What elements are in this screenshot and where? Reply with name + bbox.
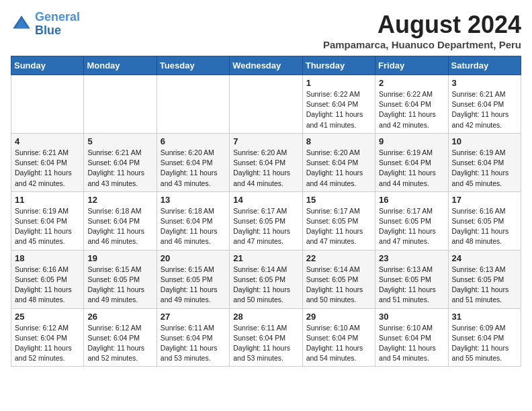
day-info: Sunrise: 6:22 AM Sunset: 6:04 PM Dayligh…: [379, 89, 444, 130]
day-info: Sunrise: 6:22 AM Sunset: 6:04 PM Dayligh…: [306, 89, 371, 130]
month-title: August 2024: [323, 11, 521, 39]
day-info: Sunrise: 6:17 AM Sunset: 6:05 PM Dayligh…: [306, 206, 371, 247]
day-number: 26: [87, 312, 152, 322]
calendar-day-cell: 10Sunrise: 6:19 AM Sunset: 6:04 PM Dayli…: [448, 133, 521, 191]
calendar-day-cell: 17Sunrise: 6:16 AM Sunset: 6:05 PM Dayli…: [448, 191, 521, 250]
calendar-day-cell: 27Sunrise: 6:11 AM Sunset: 6:04 PM Dayli…: [157, 308, 229, 367]
day-number: 25: [15, 312, 80, 322]
weekday-header-cell: Tuesday: [157, 56, 229, 75]
day-info: Sunrise: 6:19 AM Sunset: 6:04 PM Dayligh…: [452, 148, 517, 189]
day-number: 13: [161, 195, 226, 205]
day-info: Sunrise: 6:11 AM Sunset: 6:04 PM Dayligh…: [233, 323, 298, 364]
day-number: 27: [161, 312, 226, 322]
day-info: Sunrise: 6:17 AM Sunset: 6:05 PM Dayligh…: [233, 206, 298, 247]
weekday-header-cell: Monday: [84, 56, 157, 75]
day-info: Sunrise: 6:20 AM Sunset: 6:04 PM Dayligh…: [306, 148, 371, 189]
calendar-day-cell: 11Sunrise: 6:19 AM Sunset: 6:04 PM Dayli…: [11, 191, 84, 250]
day-info: Sunrise: 6:10 AM Sunset: 6:04 PM Dayligh…: [379, 323, 444, 364]
day-number: 2: [379, 78, 444, 88]
day-number: 18: [15, 253, 80, 263]
calendar-day-cell: 2Sunrise: 6:22 AM Sunset: 6:04 PM Daylig…: [375, 75, 448, 134]
weekday-header-cell: Thursday: [302, 56, 375, 75]
day-number: 15: [306, 195, 371, 205]
calendar-day-cell: 30Sunrise: 6:10 AM Sunset: 6:04 PM Dayli…: [375, 308, 448, 367]
weekday-header-row: SundayMondayTuesdayWednesdayThursdayFrid…: [11, 56, 521, 75]
day-number: 12: [87, 195, 152, 205]
weekday-header-cell: Wednesday: [230, 56, 302, 75]
calendar-day-cell: 24Sunrise: 6:13 AM Sunset: 6:05 PM Dayli…: [448, 250, 521, 308]
day-info: Sunrise: 6:18 AM Sunset: 6:04 PM Dayligh…: [87, 206, 152, 247]
day-info: Sunrise: 6:13 AM Sunset: 6:05 PM Dayligh…: [452, 265, 517, 306]
calendar-day-cell: [84, 75, 157, 134]
day-info: Sunrise: 6:19 AM Sunset: 6:04 PM Dayligh…: [15, 206, 80, 247]
calendar-day-cell: 1Sunrise: 6:22 AM Sunset: 6:04 PM Daylig…: [302, 75, 375, 134]
calendar-day-cell: 4Sunrise: 6:21 AM Sunset: 6:04 PM Daylig…: [11, 133, 84, 191]
day-info: Sunrise: 6:20 AM Sunset: 6:04 PM Dayligh…: [161, 148, 226, 189]
day-number: 8: [306, 136, 371, 146]
logo-icon: [11, 13, 32, 35]
day-number: 4: [15, 136, 80, 146]
day-number: 22: [306, 253, 371, 263]
day-info: Sunrise: 6:16 AM Sunset: 6:05 PM Dayligh…: [452, 206, 517, 247]
logo: General Blue: [11, 11, 80, 38]
weekday-header-cell: Saturday: [448, 56, 521, 75]
day-number: 5: [87, 136, 152, 146]
calendar-day-cell: 14Sunrise: 6:17 AM Sunset: 6:05 PM Dayli…: [230, 191, 302, 250]
calendar-day-cell: 28Sunrise: 6:11 AM Sunset: 6:04 PM Dayli…: [230, 308, 302, 367]
calendar-day-cell: 25Sunrise: 6:12 AM Sunset: 6:04 PM Dayli…: [11, 308, 84, 367]
day-number: 11: [15, 195, 80, 205]
day-info: Sunrise: 6:14 AM Sunset: 6:05 PM Dayligh…: [233, 265, 298, 306]
day-info: Sunrise: 6:12 AM Sunset: 6:04 PM Dayligh…: [87, 323, 152, 364]
calendar-body: 1Sunrise: 6:22 AM Sunset: 6:04 PM Daylig…: [11, 75, 521, 367]
calendar-day-cell: [11, 75, 84, 134]
calendar-day-cell: 8Sunrise: 6:20 AM Sunset: 6:04 PM Daylig…: [302, 133, 375, 191]
calendar-day-cell: [157, 75, 229, 134]
day-info: Sunrise: 6:12 AM Sunset: 6:04 PM Dayligh…: [15, 323, 80, 364]
day-number: 9: [379, 136, 444, 146]
weekday-header-cell: Friday: [375, 56, 448, 75]
day-number: 31: [452, 312, 517, 322]
day-number: 20: [161, 253, 226, 263]
calendar-week-row: 1Sunrise: 6:22 AM Sunset: 6:04 PM Daylig…: [11, 75, 521, 134]
day-number: 21: [233, 253, 298, 263]
calendar-week-row: 4Sunrise: 6:21 AM Sunset: 6:04 PM Daylig…: [11, 133, 521, 191]
day-number: 24: [452, 253, 517, 263]
calendar-day-cell: 29Sunrise: 6:10 AM Sunset: 6:04 PM Dayli…: [302, 308, 375, 367]
calendar-table: SundayMondayTuesdayWednesdayThursdayFrid…: [11, 56, 521, 367]
day-number: 14: [233, 195, 298, 205]
day-number: 23: [379, 253, 444, 263]
day-number: 1: [306, 78, 371, 88]
calendar-day-cell: 31Sunrise: 6:09 AM Sunset: 6:04 PM Dayli…: [448, 308, 521, 367]
day-number: 30: [379, 312, 444, 322]
day-info: Sunrise: 6:15 AM Sunset: 6:05 PM Dayligh…: [161, 265, 226, 306]
calendar-week-row: 25Sunrise: 6:12 AM Sunset: 6:04 PM Dayli…: [11, 308, 521, 367]
calendar-week-row: 11Sunrise: 6:19 AM Sunset: 6:04 PM Dayli…: [11, 191, 521, 250]
day-info: Sunrise: 6:21 AM Sunset: 6:04 PM Dayligh…: [452, 89, 517, 130]
calendar-day-cell: 18Sunrise: 6:16 AM Sunset: 6:05 PM Dayli…: [11, 250, 84, 308]
calendar-day-cell: 3Sunrise: 6:21 AM Sunset: 6:04 PM Daylig…: [448, 75, 521, 134]
day-number: 3: [452, 78, 517, 88]
day-number: 10: [452, 136, 517, 146]
day-info: Sunrise: 6:09 AM Sunset: 6:04 PM Dayligh…: [452, 323, 517, 364]
calendar-day-cell: 23Sunrise: 6:13 AM Sunset: 6:05 PM Dayli…: [375, 250, 448, 308]
weekday-header-cell: Sunday: [11, 56, 84, 75]
location-title: Pampamarca, Huanuco Department, Peru: [323, 39, 521, 50]
day-info: Sunrise: 6:19 AM Sunset: 6:04 PM Dayligh…: [379, 148, 444, 189]
day-info: Sunrise: 6:21 AM Sunset: 6:04 PM Dayligh…: [87, 148, 152, 189]
page-header: General Blue August 2024 Pampamarca, Hua…: [11, 11, 521, 50]
calendar-day-cell: 13Sunrise: 6:18 AM Sunset: 6:04 PM Dayli…: [157, 191, 229, 250]
day-info: Sunrise: 6:14 AM Sunset: 6:05 PM Dayligh…: [306, 265, 371, 306]
calendar-day-cell: 19Sunrise: 6:15 AM Sunset: 6:05 PM Dayli…: [84, 250, 157, 308]
day-info: Sunrise: 6:15 AM Sunset: 6:05 PM Dayligh…: [87, 265, 152, 306]
calendar-day-cell: 16Sunrise: 6:17 AM Sunset: 6:05 PM Dayli…: [375, 191, 448, 250]
day-number: 19: [87, 253, 152, 263]
day-info: Sunrise: 6:20 AM Sunset: 6:04 PM Dayligh…: [233, 148, 298, 189]
calendar-day-cell: [230, 75, 302, 134]
calendar-week-row: 18Sunrise: 6:16 AM Sunset: 6:05 PM Dayli…: [11, 250, 521, 308]
day-number: 17: [452, 195, 517, 205]
day-number: 29: [306, 312, 371, 322]
day-number: 28: [233, 312, 298, 322]
logo-text: General Blue: [35, 11, 80, 38]
day-info: Sunrise: 6:10 AM Sunset: 6:04 PM Dayligh…: [306, 323, 371, 364]
calendar-day-cell: 7Sunrise: 6:20 AM Sunset: 6:04 PM Daylig…: [230, 133, 302, 191]
